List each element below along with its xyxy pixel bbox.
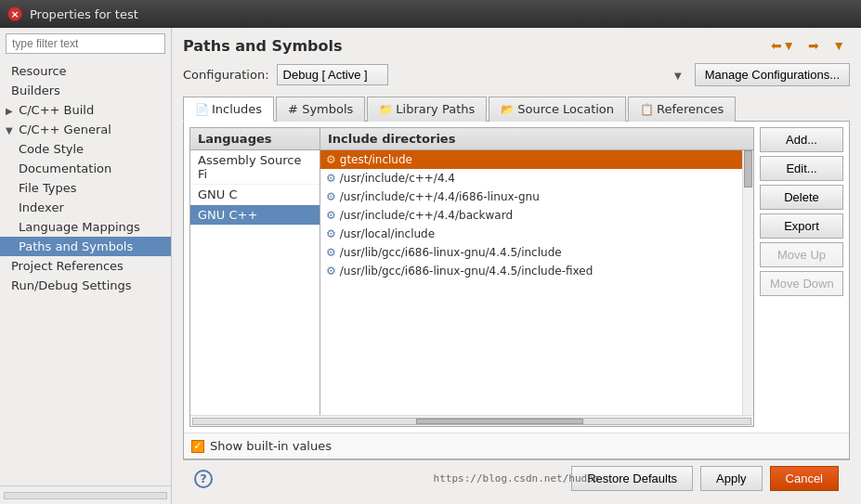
references-tab-icon: 📋 bbox=[640, 103, 654, 116]
content-header: Paths and Symbols ⬅▼ ➡ ▼ bbox=[183, 35, 850, 56]
bottom-bar: ? https://blog.csdn.net/hudoo Restore De… bbox=[183, 459, 850, 497]
config-select-wrap: Debug [ Active ] bbox=[277, 64, 687, 85]
sidebar-item-builders[interactable]: Builders bbox=[0, 81, 171, 100]
dir-icon-gcc-include-fixed: ⚙ bbox=[326, 265, 336, 278]
sidebar-scrollbar-area bbox=[0, 485, 171, 504]
dir-item-gcc-include[interactable]: ⚙ /usr/lib/gcc/i686-linux-gnu/4.4.5/incl… bbox=[320, 243, 753, 262]
config-row: Configuration: Debug [ Active ] Manage C… bbox=[183, 63, 850, 86]
dir-item-gcc-include-fixed[interactable]: ⚙ /usr/lib/gcc/i686-linux-gnu/4.4.5/incl… bbox=[320, 262, 753, 280]
show-builtin-row: ✓ Show built-in values bbox=[184, 433, 849, 459]
sidebar-item-paths-and-symbols[interactable]: Paths and Symbols bbox=[0, 237, 171, 256]
close-button[interactable]: × bbox=[7, 6, 22, 21]
window-title: Properties for test bbox=[30, 7, 138, 21]
dialog-body: Resource Builders ▶ C/C++ Build ▼ C/C++ … bbox=[0, 28, 861, 504]
includes-tab-icon: 📄 bbox=[195, 103, 209, 116]
lang-item-gnu-cpp[interactable]: GNU C++ bbox=[190, 205, 320, 226]
move-down-button[interactable]: Move Down bbox=[760, 271, 843, 296]
dir-icon-cxx44: ⚙ bbox=[326, 172, 336, 185]
dir-icon-local: ⚙ bbox=[326, 227, 336, 240]
tab-includes[interactable]: 📄Includes bbox=[183, 97, 274, 122]
dir-item-local[interactable]: ⚙ /usr/local/include bbox=[320, 225, 753, 243]
dir-icon-gcc-include: ⚙ bbox=[326, 246, 336, 259]
scrollbar-thumb[interactable] bbox=[416, 419, 583, 424]
scrollbar-track[interactable] bbox=[192, 418, 751, 425]
tabs: 📄Includes # Symbols 📁Library Paths 📂Sour… bbox=[183, 96, 850, 122]
dir-column-header: Include directories bbox=[320, 128, 753, 149]
sidebar-item-code-style[interactable]: Code Style bbox=[0, 139, 171, 159]
sidebar: Resource Builders ▶ C/C++ Build ▼ C/C++ … bbox=[0, 28, 172, 504]
horizontal-scrollbar[interactable] bbox=[190, 415, 753, 426]
sidebar-tree: Resource Builders ▶ C/C++ Build ▼ C/C++ … bbox=[0, 59, 171, 485]
sidebar-item-resource[interactable]: Resource bbox=[0, 61, 171, 81]
sidebar-horizontal-scrollbar[interactable] bbox=[4, 492, 167, 499]
library-tab-icon: 📁 bbox=[379, 103, 393, 116]
dir-icon-cxx44-back: ⚙ bbox=[326, 209, 336, 222]
sidebar-item-project-references[interactable]: Project References bbox=[0, 256, 171, 276]
show-builtin-checkbox[interactable]: ✓ bbox=[191, 440, 204, 453]
checkmark-icon: ✓ bbox=[193, 440, 202, 452]
sidebar-item-documentation[interactable]: Documentation bbox=[0, 159, 171, 178]
lang-item-asm[interactable]: Assembly Source Fi bbox=[190, 150, 320, 185]
table-header: Languages Include directories bbox=[190, 128, 753, 150]
back-icon-button[interactable]: ⬅▼ bbox=[766, 35, 800, 56]
cancel-button[interactable]: Cancel bbox=[770, 466, 839, 491]
sidebar-item-run-debug-settings[interactable]: Run/Debug Settings bbox=[0, 276, 171, 295]
sidebar-item-file-types[interactable]: File Types bbox=[0, 178, 171, 198]
export-button[interactable]: Export bbox=[760, 213, 843, 239]
dir-item-gtest[interactable]: ⚙ gtest/include bbox=[320, 150, 753, 169]
filter-input[interactable] bbox=[6, 33, 165, 54]
table-body: Assembly Source Fi GNU C GNU C++ ⚙ gtest… bbox=[190, 150, 753, 415]
expand-arrow-icon: ▶ bbox=[6, 106, 15, 116]
page-title: Paths and Symbols bbox=[183, 37, 343, 55]
side-buttons: Add... Edit... Delete Export Move Up Mov… bbox=[760, 127, 843, 427]
tab-source-location[interactable]: 📂Source Location bbox=[489, 97, 626, 122]
dir-icon-gtest: ⚙ bbox=[326, 153, 336, 166]
directories-table: Languages Include directories Assembly S… bbox=[189, 127, 754, 427]
dir-icon-cxx44-i686: ⚙ bbox=[326, 190, 336, 203]
dir-item-cxx44-i686[interactable]: ⚙ /usr/include/c++/4.4/i686-linux-gnu bbox=[320, 187, 753, 206]
vertical-scrollbar[interactable] bbox=[742, 150, 753, 415]
forward-icon-button[interactable]: ➡ bbox=[803, 35, 824, 56]
dir-item-cxx44[interactable]: ⚙ /usr/include/c++/4.4 bbox=[320, 169, 753, 187]
apply-button[interactable]: Apply bbox=[700, 466, 763, 491]
sidebar-item-language-mappings[interactable]: Language Mappings bbox=[0, 217, 171, 237]
show-builtin-label: Show built-in values bbox=[210, 439, 332, 453]
directories-column: ⚙ gtest/include ⚙ /usr/include/c++/4.4 ⚙… bbox=[320, 150, 753, 415]
source-tab-icon: 📂 bbox=[501, 103, 515, 116]
vertical-scrollbar-thumb[interactable] bbox=[744, 150, 752, 187]
sidebar-item-cpp-general[interactable]: ▼ C/C++ General bbox=[0, 120, 171, 139]
lang-item-gnu-c[interactable]: GNU C bbox=[190, 185, 320, 205]
tab-references[interactable]: 📋References bbox=[628, 97, 736, 122]
tab-content: Languages Include directories Assembly S… bbox=[183, 122, 850, 459]
lang-column-header: Languages bbox=[190, 128, 320, 149]
move-up-button[interactable]: Move Up bbox=[760, 242, 843, 267]
includes-pane: Languages Include directories Assembly S… bbox=[184, 122, 849, 433]
config-label: Configuration: bbox=[183, 68, 269, 82]
titlebar: × Properties for test bbox=[0, 0, 861, 28]
url-text: https://blog.csdn.net/hudoo bbox=[434, 472, 600, 485]
menu-icon-button[interactable]: ▼ bbox=[828, 35, 850, 56]
config-select[interactable]: Debug [ Active ] bbox=[277, 64, 388, 85]
tab-library-paths[interactable]: 📁Library Paths bbox=[367, 97, 487, 122]
tab-symbols[interactable]: # Symbols bbox=[276, 97, 365, 122]
delete-button[interactable]: Delete bbox=[760, 185, 843, 210]
main-content: Paths and Symbols ⬅▼ ➡ ▼ Configuration: … bbox=[172, 28, 861, 504]
sidebar-item-indexer[interactable]: Indexer bbox=[0, 198, 171, 217]
header-icons: ⬅▼ ➡ ▼ bbox=[766, 35, 850, 56]
edit-button[interactable]: Edit... bbox=[760, 156, 843, 181]
bottom-left: ? bbox=[194, 470, 213, 488]
close-icon: × bbox=[10, 8, 19, 20]
manage-configurations-button[interactable]: Manage Configurations... bbox=[695, 63, 850, 86]
add-button[interactable]: Add... bbox=[760, 127, 843, 152]
languages-column: Assembly Source Fi GNU C GNU C++ bbox=[190, 150, 320, 415]
collapse-arrow-icon: ▼ bbox=[6, 125, 15, 136]
dir-item-cxx44-back[interactable]: ⚙ /usr/include/c++/4.4/backward bbox=[320, 206, 753, 225]
sidebar-item-cpp-build[interactable]: ▶ C/C++ Build bbox=[0, 100, 171, 120]
help-button[interactable]: ? bbox=[194, 470, 213, 488]
